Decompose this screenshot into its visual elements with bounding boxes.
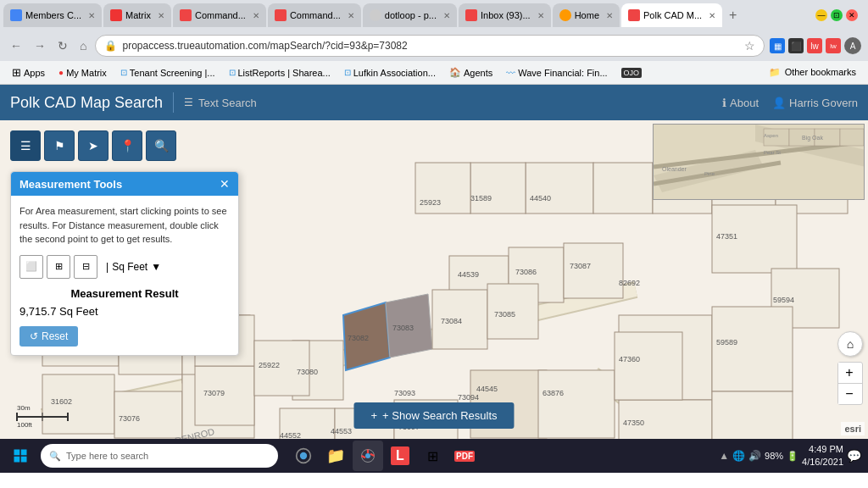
taskbar-icon-explorer[interactable]: 📁 <box>320 441 351 471</box>
panel-tools-row: ⬜ ⊞ ⊟ | Sq Feet ▼ <box>19 255 230 279</box>
panel-instructions: For Area measurement, start clicking poi… <box>19 204 230 247</box>
taskbar-icon-cortana[interactable] <box>288 441 319 471</box>
tab-inbox[interactable]: Inbox (93)... ✕ <box>459 3 551 27</box>
grid-tool-btn[interactable]: ⊟ <box>74 255 97 279</box>
profile-icon[interactable]: A <box>844 37 861 54</box>
bookmark-lufkin[interactable]: ⊡ Lufkin Association... <box>339 66 441 80</box>
tab-members[interactable]: Members C... ✕ <box>3 3 102 27</box>
svg-rect-93 <box>14 457 20 463</box>
ojo-icon: OJO <box>621 68 643 78</box>
bookmark-agents[interactable]: 🏠 Agents <box>444 65 498 80</box>
maximize-button[interactable]: ⊡ <box>831 9 843 21</box>
unit-pipe: | <box>106 261 108 273</box>
home-button[interactable]: ⌂ <box>76 37 90 54</box>
taskbar-datetime[interactable]: 4:49 PM 4/16/2021 <box>802 443 843 469</box>
reset-btn[interactable]: ↺ Reset <box>19 326 78 347</box>
agents-icon: 🏠 <box>449 67 461 78</box>
star-button[interactable]: ☆ <box>744 39 755 53</box>
panel-body: For Area measurement, start clicking poi… <box>11 196 238 355</box>
svg-text:73083: 73083 <box>392 324 414 332</box>
taskbar-icon-pdf[interactable]: PDF <box>449 441 480 471</box>
about-btn[interactable]: ℹ About <box>722 97 759 109</box>
reload-button[interactable]: ↻ <box>54 37 71 54</box>
svg-rect-10 <box>564 243 623 298</box>
close-button[interactable]: ✕ <box>846 9 858 21</box>
svg-text:Big Oak: Big Oak <box>802 135 823 141</box>
back-button[interactable]: ← <box>7 37 25 54</box>
apps-icon: ⊞ <box>12 66 21 79</box>
notification-btn[interactable]: 💬 <box>847 449 861 463</box>
volume-icon[interactable]: 🔊 <box>748 450 761 462</box>
taskbar-icon-l[interactable]: L <box>385 441 415 471</box>
measurement-tools-label: Measurement Tools <box>19 178 122 191</box>
map-container: RED CLOVER GOLDENROD VIOLET 73082 73083 … <box>0 120 868 439</box>
svg-rect-85 <box>840 129 864 146</box>
bookmark-ojo[interactable]: OJO <box>616 66 648 80</box>
search-placeholder: Type here to search <box>66 451 148 461</box>
svg-text:73079: 73079 <box>203 389 225 397</box>
svg-text:73084: 73084 <box>441 317 462 325</box>
search-tool-btn[interactable]: 🔍 <box>146 130 176 161</box>
pin-tool-btn[interactable]: 📍 <box>112 130 142 161</box>
extension-icons: ▦ ⬛ lw lw A <box>770 37 861 54</box>
taskbar-icon-chrome[interactable] <box>353 441 383 471</box>
forward-button[interactable]: → <box>31 37 49 54</box>
tab-home[interactable]: Home ✕ <box>553 3 620 27</box>
date-display: 4/16/2021 <box>802 456 843 469</box>
bookmark-icon: ⚑ <box>54 139 65 152</box>
area-tool-btn[interactable]: ⬜ <box>19 255 43 279</box>
bookmark-apps[interactable]: ⊞ Apps <box>7 64 50 80</box>
harris-govern-btn[interactable]: 👤 Harris Govern <box>772 97 858 109</box>
layers-icon: ☰ <box>20 139 31 152</box>
zoom-out-btn[interactable]: − <box>838 384 860 404</box>
pdf-icon: PDF <box>454 451 475 462</box>
show-search-results-btn[interactable]: + + Show Search Results <box>353 402 514 429</box>
bookmarks-more-btn[interactable]: 📁 Other bookmarks <box>764 65 861 80</box>
unit-dropdown-btn[interactable]: ▼ <box>151 261 161 273</box>
address-bar[interactable]: 🔒 propaccess.trueautomation.com/mapSearc… <box>95 35 765 57</box>
bookmark-tenant[interactable]: ⊡ Tenant Screening |... <box>115 66 220 80</box>
taskbar-search-box[interactable]: 🔍 Type here to search <box>41 444 278 468</box>
text-search-btn[interactable]: ☰ Text Search <box>184 97 257 109</box>
svg-text:Oleander: Oleander <box>662 166 687 172</box>
panel-close-btn[interactable]: ✕ <box>220 177 230 191</box>
svg-text:44539: 44539 <box>458 270 479 279</box>
start-button[interactable] <box>3 439 37 473</box>
bookmark-listreports[interactable]: ⊡ ListReports | Sharea... <box>224 66 336 80</box>
header-divider <box>173 92 174 113</box>
svg-rect-92 <box>21 450 27 456</box>
tab-command1[interactable]: Command... ✕ <box>173 3 266 27</box>
bookmark-mymatrix[interactable]: ● My Matrix <box>53 66 112 80</box>
tab-polk-cad[interactable]: Polk CAD M... ✕ <box>621 3 722 27</box>
svg-rect-94 <box>21 457 27 463</box>
ext-icon-lw2[interactable]: lw <box>826 38 841 53</box>
time-display: 4:49 PM <box>802 443 843 456</box>
tab-dotloop[interactable]: dotloop - p... ✕ <box>363 3 457 27</box>
bookmark-wave[interactable]: 〰 Wave Financial: Fin... <box>501 66 612 80</box>
ext-icon-2[interactable]: ⬛ <box>788 38 804 53</box>
svg-text:Pine: Pine <box>704 171 715 176</box>
layers-tool-btn[interactable]: ☰ <box>10 130 41 161</box>
ext-icon-1[interactable]: ▦ <box>770 38 785 53</box>
app-title: Polk CAD Map Search <box>10 94 163 112</box>
zoom-in-btn[interactable]: + <box>838 363 860 383</box>
up-arrow-icon[interactable]: ▲ <box>719 450 729 462</box>
new-tab-button[interactable]: + <box>724 8 742 23</box>
l-app-icon: L <box>391 446 409 465</box>
wave-icon: 〰 <box>506 68 515 78</box>
battery-icon[interactable]: 98% <box>765 451 783 461</box>
navigate-tool-btn[interactable]: ➤ <box>78 130 108 161</box>
taskbar-icon-office[interactable]: ⊞ <box>417 441 448 471</box>
network-icon[interactable]: 🌐 <box>732 450 745 462</box>
distance-tool-btn[interactable]: ⊞ <box>47 255 70 279</box>
bookmark-tool-btn[interactable]: ⚑ <box>44 130 75 161</box>
svg-rect-28 <box>712 307 793 391</box>
minimize-button[interactable]: — <box>815 9 827 21</box>
pin-icon: 📍 <box>120 139 135 152</box>
tab-matrix[interactable]: Matrix ✕ <box>103 3 171 27</box>
svg-rect-6 <box>470 163 526 214</box>
ext-icon-lw[interactable]: lw <box>807 38 822 53</box>
cortana-icon <box>295 447 312 464</box>
tab-command2[interactable]: Command... ✕ <box>268 3 361 27</box>
home-map-btn[interactable]: ⌂ <box>837 331 863 357</box>
